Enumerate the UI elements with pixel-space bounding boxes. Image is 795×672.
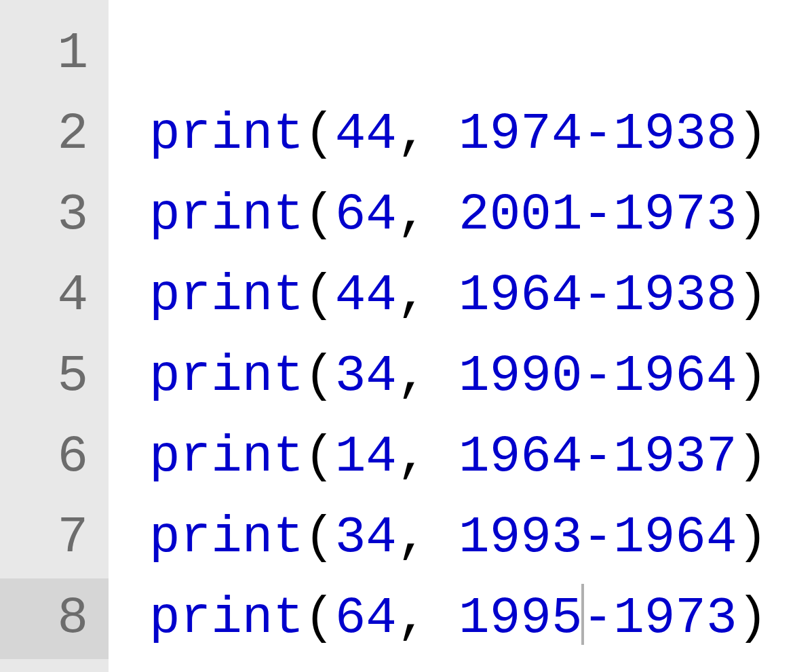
number-literal: 1938 [613, 105, 737, 163]
function-call: print [149, 589, 304, 648]
paren-close: ) [737, 266, 769, 325]
function-call: print [149, 266, 304, 325]
line-number: 1 [0, 14, 109, 94]
function-call: print [149, 509, 304, 567]
line-number: 4 [0, 256, 109, 336]
function-call: print [149, 347, 304, 406]
minus-operator: - [583, 509, 614, 567]
number-literal: 1995 [459, 589, 582, 648]
code-line[interactable]: print(44, 1974-1938) [149, 94, 795, 175]
paren-open: ( [304, 347, 335, 406]
paren-open: ( [304, 105, 335, 163]
paren-close: ) [737, 589, 769, 648]
paren-close: ) [737, 428, 769, 486]
code-line[interactable]: print(34, 1990-1964) [149, 336, 795, 417]
comma: , [397, 509, 459, 567]
comma: , [397, 347, 459, 406]
function-call: print [149, 105, 304, 163]
minus-operator: - [583, 347, 614, 406]
paren-open: ( [304, 186, 335, 244]
comma: , [397, 186, 459, 244]
code-line-current[interactable]: print(64, 1995-1973) [149, 578, 795, 659]
paren-open: ( [304, 266, 335, 325]
number-literal: 44 [335, 266, 397, 325]
paren-open: ( [304, 509, 335, 567]
number-literal: 1973 [613, 589, 737, 648]
code-line[interactable]: print(14, 1964-1937) [149, 417, 795, 498]
line-number-current: 8 [0, 578, 109, 659]
minus-operator: - [583, 186, 614, 244]
number-literal: 64 [335, 589, 397, 648]
code-line[interactable] [149, 14, 795, 94]
number-literal: 44 [335, 105, 397, 163]
paren-close: ) [737, 347, 769, 406]
code-line[interactable]: print(64, 2001-1973) [149, 175, 795, 256]
comma: , [397, 428, 459, 486]
comma: , [397, 105, 459, 163]
comma: , [397, 589, 459, 648]
code-line[interactable]: print(44, 1964-1938) [149, 256, 795, 336]
number-literal: 1993 [459, 509, 582, 567]
number-literal: 64 [335, 186, 397, 244]
number-literal: 1937 [613, 428, 737, 486]
number-literal: 1990 [459, 347, 582, 406]
code-line[interactable]: print(34, 1993-1964) [149, 498, 795, 578]
function-call: print [149, 186, 304, 244]
minus-operator: - [583, 266, 614, 325]
paren-close: ) [737, 105, 769, 163]
number-literal: 2001 [459, 186, 582, 244]
line-number: 3 [0, 175, 109, 256]
number-literal: 1964 [459, 428, 582, 486]
function-call: print [149, 428, 304, 486]
comma: , [397, 266, 459, 325]
code-content[interactable]: print(44, 1974-1938) print(64, 2001-1973… [109, 0, 795, 672]
paren-open: ( [304, 428, 335, 486]
number-literal: 34 [335, 509, 397, 567]
gutter: 1 2 3 4 5 6 7 8 [0, 0, 109, 672]
paren-open: ( [304, 589, 335, 648]
number-literal: 14 [335, 428, 397, 486]
number-literal: 34 [335, 347, 397, 406]
number-literal: 1974 [459, 105, 582, 163]
minus-operator: - [583, 589, 614, 648]
line-number: 2 [0, 94, 109, 175]
line-number: 5 [0, 336, 109, 417]
text-cursor [581, 584, 584, 645]
number-literal: 1938 [613, 266, 737, 325]
paren-close: ) [737, 509, 769, 567]
line-number: 7 [0, 498, 109, 578]
line-number: 6 [0, 417, 109, 498]
number-literal: 1964 [459, 266, 582, 325]
minus-operator: - [583, 105, 614, 163]
number-literal: 1964 [613, 509, 737, 567]
number-literal: 1964 [613, 347, 737, 406]
number-literal: 1973 [613, 186, 737, 244]
code-editor: 1 2 3 4 5 6 7 8 print(44, 1974-1938) pri… [0, 0, 795, 672]
paren-close: ) [737, 186, 769, 244]
minus-operator: - [583, 428, 614, 486]
